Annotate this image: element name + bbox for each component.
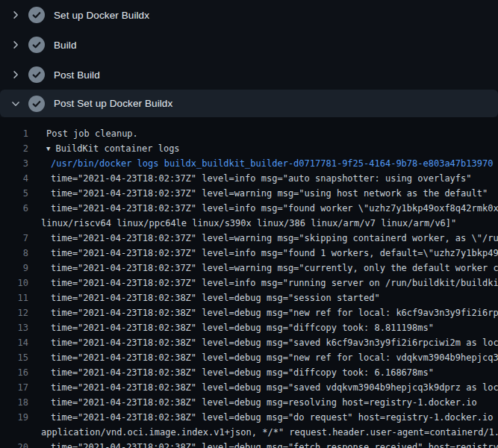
step-header-row[interactable]: Post Build: [0, 60, 498, 90]
log-line: 16time="2021-04-23T18:02:38Z" level=debu…: [0, 365, 498, 380]
line-number: [0, 216, 28, 231]
log-line: 11time="2021-04-23T18:02:38Z" level=debu…: [0, 290, 498, 305]
line-number[interactable]: 16: [0, 365, 28, 380]
log-text: time="2021-04-23T18:02:38Z" level=debug …: [28, 320, 434, 335]
check-circle-icon: [28, 66, 45, 83]
log-line: 4time="2021-04-23T18:02:37Z" level=info …: [0, 171, 498, 186]
log-text: time="2021-04-23T18:02:38Z" level=debug …: [28, 440, 498, 448]
workflow-log-viewer: Set up Docker BuildxBuildPost BuildPost …: [0, 0, 498, 448]
log-text: time="2021-04-23T18:02:37Z" level=warnin…: [28, 261, 498, 276]
check-circle-icon: [28, 96, 45, 112]
line-number[interactable]: 17: [0, 380, 28, 395]
log-text: time="2021-04-23T18:02:38Z" level=debug …: [28, 335, 498, 350]
line-number[interactable]: 13: [0, 320, 28, 335]
log-text: time="2021-04-23T18:02:38Z" level=debug …: [28, 395, 477, 410]
step-label: Post Set up Docker Buildx: [54, 98, 172, 109]
log-text: Post job cleanup.: [28, 126, 138, 141]
log-line: 8time="2021-04-23T18:02:37Z" level=info …: [0, 246, 498, 261]
log-text: time="2021-04-23T18:02:38Z" level=debug …: [28, 380, 498, 395]
log-text: time="2021-04-23T18:02:37Z" level=info m…: [28, 171, 472, 186]
log-line: 6time="2021-04-23T18:02:37Z" level=info …: [0, 201, 498, 216]
log-text-continuation: linux/riscv64 linux/ppc64le linux/s390x …: [28, 216, 456, 231]
check-circle-icon: [28, 37, 45, 53]
log-text: time="2021-04-23T18:02:37Z" level=warnin…: [28, 186, 488, 201]
log-text-continuation: application/vnd.oci.image.index.v1+json,…: [28, 425, 498, 440]
log-group-title[interactable]: BuildKit container logs: [55, 143, 179, 154]
line-number[interactable]: 9: [0, 261, 28, 276]
triangle-down-icon[interactable]: ▼: [46, 141, 50, 156]
log-line: 13time="2021-04-23T18:02:38Z" level=debu…: [0, 320, 498, 335]
log-line: 9time="2021-04-23T18:02:37Z" level=warni…: [0, 261, 498, 276]
log-line: 3/usr/bin/docker logs buildx_buildkit_bu…: [0, 156, 498, 171]
line-number[interactable]: 14: [0, 335, 28, 350]
chevron-right-icon[interactable]: [7, 69, 24, 81]
line-number[interactable]: 18: [0, 395, 28, 410]
log-line: linux/riscv64 linux/ppc64le linux/s390x …: [0, 216, 498, 231]
log-line: 1Post job cleanup.: [0, 126, 498, 141]
log-line: 20time="2021-04-23T18:02:38Z" level=debu…: [0, 440, 498, 448]
line-number[interactable]: 8: [0, 246, 28, 261]
log-text: ▼BuildKit container logs: [28, 141, 180, 156]
log-text: time="2021-04-23T18:02:38Z" level=debug …: [28, 305, 498, 320]
step-label: Post Build: [54, 69, 100, 81]
log-line: 5time="2021-04-23T18:02:37Z" level=warni…: [0, 186, 498, 201]
line-number[interactable]: 15: [0, 350, 28, 365]
log-line: 17time="2021-04-23T18:02:38Z" level=debu…: [0, 380, 498, 395]
line-number[interactable]: 4: [0, 171, 28, 186]
chevron-right-icon[interactable]: [7, 39, 24, 51]
steps-list: Set up Docker BuildxBuildPost BuildPost …: [0, 0, 498, 117]
line-number[interactable]: 19: [0, 410, 28, 425]
line-number[interactable]: 6: [0, 201, 28, 216]
log-line: 18time="2021-04-23T18:02:38Z" level=debu…: [0, 395, 498, 410]
log-line: 19time="2021-04-23T18:02:38Z" level=debu…: [0, 410, 498, 425]
line-number: [0, 425, 28, 440]
log-line: application/vnd.oci.image.index.v1+json,…: [0, 425, 498, 440]
line-number[interactable]: 7: [0, 231, 28, 246]
line-number[interactable]: 12: [0, 305, 28, 320]
line-number[interactable]: 1: [0, 126, 28, 141]
step-header-row[interactable]: Build: [0, 30, 498, 60]
log-line: 12time="2021-04-23T18:02:38Z" level=debu…: [0, 305, 498, 320]
log-text: time="2021-04-23T18:02:37Z" level=warnin…: [28, 231, 498, 246]
line-number[interactable]: 3: [0, 156, 28, 171]
step-header-row[interactable]: Set up Docker Buildx: [0, 0, 498, 30]
step-label: Set up Docker Buildx: [54, 10, 149, 21]
log-line: 14time="2021-04-23T18:02:38Z" level=debu…: [0, 335, 498, 350]
log-command-text: /usr/bin/docker logs buildx_buildkit_bui…: [28, 156, 493, 171]
log-line: 10time="2021-04-23T18:02:37Z" level=info…: [0, 276, 498, 290]
log-text: time="2021-04-23T18:02:38Z" level=debug …: [28, 350, 498, 365]
log-line: 7time="2021-04-23T18:02:37Z" level=warni…: [0, 231, 498, 246]
step-label: Build: [54, 40, 77, 51]
log-text: time="2021-04-23T18:02:37Z" level=info m…: [28, 201, 498, 216]
log-text: time="2021-04-23T18:02:38Z" level=debug …: [28, 290, 380, 305]
chevron-right-icon[interactable]: [7, 9, 24, 21]
line-number[interactable]: 10: [0, 276, 28, 290]
step-header-row[interactable]: Post Set up Docker Buildx: [0, 90, 498, 117]
line-number[interactable]: 5: [0, 186, 28, 201]
check-circle-icon: [28, 7, 45, 23]
log-pane[interactable]: 1Post job cleanup.2▼BuildKit container l…: [0, 117, 498, 448]
log-line: 15time="2021-04-23T18:02:38Z" level=debu…: [0, 350, 498, 365]
line-number[interactable]: 11: [0, 290, 28, 305]
log-text: time="2021-04-23T18:02:38Z" level=debug …: [28, 410, 498, 425]
line-number[interactable]: 2: [0, 141, 28, 156]
log-line: 2▼BuildKit container logs: [0, 141, 498, 156]
chevron-down-icon[interactable]: [7, 98, 24, 110]
log-text: time="2021-04-23T18:02:37Z" level=info m…: [28, 246, 498, 261]
line-number[interactable]: 20: [0, 440, 28, 448]
log-text: time="2021-04-23T18:02:37Z" level=info m…: [28, 276, 498, 290]
log-text: time="2021-04-23T18:02:38Z" level=debug …: [28, 365, 434, 380]
